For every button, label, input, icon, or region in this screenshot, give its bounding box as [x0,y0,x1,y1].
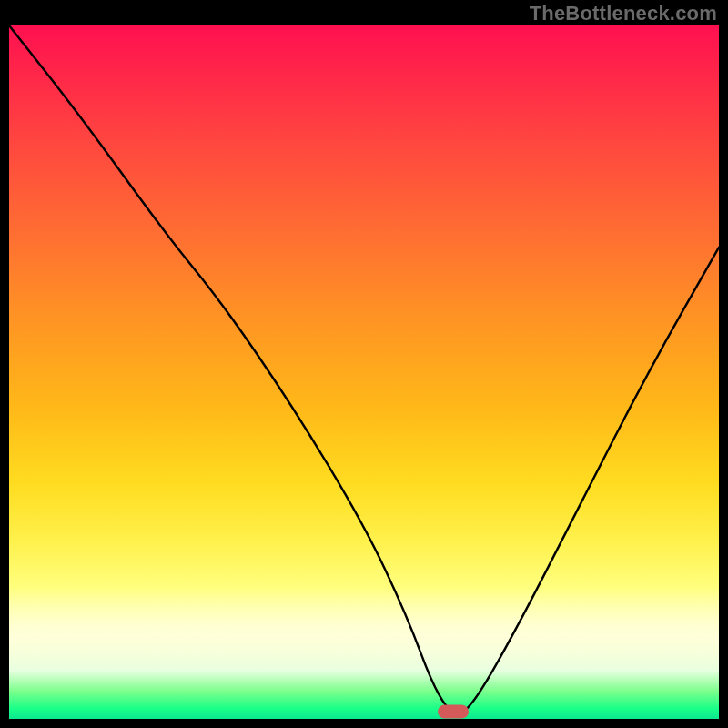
curve-path [9,25,719,713]
optimum-marker [438,705,469,719]
watermark-text: TheBottleneck.com [530,2,717,25]
chart-frame: TheBottleneck.com [0,0,728,728]
bottleneck-curve [9,25,719,719]
plot-area [9,25,719,719]
